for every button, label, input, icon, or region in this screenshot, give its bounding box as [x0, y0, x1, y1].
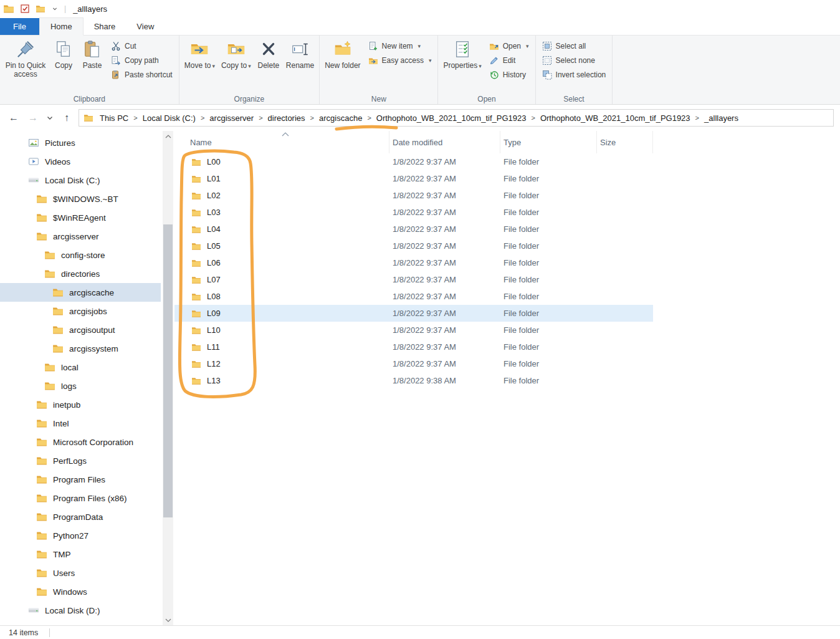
file-row-l06[interactable]: L061/8/2022 9:37 AMFile folder	[174, 254, 653, 271]
sidebar-item-windows[interactable]: Windows	[0, 582, 161, 601]
delete-button[interactable]: Delete	[254, 37, 283, 70]
file-row-l09[interactable]: L091/8/2022 9:37 AMFile folder	[174, 305, 653, 322]
edit-button[interactable]: Edit	[489, 55, 529, 65]
up-button[interactable]: ↑	[59, 110, 74, 125]
file-row-l00[interactable]: L001/8/2022 9:37 AMFile folder	[174, 153, 653, 170]
tab-file[interactable]: File	[0, 18, 39, 35]
properties-button[interactable]: Properties▾	[440, 37, 484, 70]
breadcrumb-separator-icon[interactable]: >	[366, 114, 372, 122]
properties-label: Properties▾	[443, 61, 481, 70]
tab-share[interactable]: Share	[84, 18, 126, 35]
rename-button[interactable]: Rename	[283, 37, 317, 70]
scrollbar-thumb[interactable]	[163, 224, 173, 517]
qat-new-folder-icon[interactable]	[36, 4, 45, 14]
file-row-l04[interactable]: L041/8/2022 9:37 AMFile folder	[174, 221, 653, 238]
sidebar-item-perflogs[interactable]: PerfLogs	[0, 451, 161, 470]
select-none-button[interactable]: Select none	[542, 55, 606, 65]
sidebar-item-arcgiscache[interactable]: arcgiscache	[0, 283, 161, 302]
back-button[interactable]: ←	[6, 110, 21, 125]
copy-path-button[interactable]: Copy path	[111, 55, 173, 65]
breadcrumb-alllayers[interactable]: _alllayers	[700, 113, 742, 123]
copy-to-button[interactable]: Copy to▾	[218, 37, 254, 70]
breadcrumb-orthophoto-wb-2021-10cm-tif-pg1923[interactable]: Orthophoto_WB_2021_10cm_tif_PG1923	[373, 113, 530, 123]
sidebar-item-program-files-x86[interactable]: Program Files (x86)	[0, 489, 161, 507]
folder-icon	[191, 376, 201, 386]
sidebar-item-intel[interactable]: Intel	[0, 414, 161, 433]
move-to-button[interactable]: Move to▾	[181, 37, 218, 70]
sort-ascending-icon[interactable]	[282, 132, 289, 137]
breadcrumb-separator-icon[interactable]: >	[132, 114, 138, 122]
easy-access-button[interactable]: Easy access▾	[368, 55, 432, 65]
new-item-button[interactable]: New item▾	[368, 41, 432, 51]
new-folder-button[interactable]: New folder	[322, 37, 363, 70]
sidebar-item-tmp[interactable]: TMP	[0, 545, 161, 564]
column-header-date-modified[interactable]: Date modified	[389, 131, 500, 153]
recent-locations-chevron-icon[interactable]	[45, 110, 55, 125]
sidebar-item-arcgisjobs[interactable]: arcgisjobs	[0, 302, 161, 320]
breadcrumb-directories[interactable]: directories	[264, 113, 309, 123]
sidebar-item-python27[interactable]: Python27	[0, 526, 161, 545]
sidebar-item-local[interactable]: local	[0, 358, 161, 377]
breadcrumb-this-pc[interactable]: This PC	[96, 113, 132, 123]
sidebar-scrollbar[interactable]	[163, 131, 173, 625]
breadcrumb-separator-icon[interactable]: >	[309, 114, 315, 122]
forward-button[interactable]: →	[26, 110, 41, 125]
file-row-l05[interactable]: L051/8/2022 9:37 AMFile folder	[174, 238, 653, 254]
sidebar-item-arcgissystem[interactable]: arcgissystem	[0, 339, 161, 358]
sidebar-item-local-disk-c[interactable]: Local Disk (C:)	[0, 171, 161, 190]
breadcrumb-local-disk-c[interactable]: Local Disk (C:)	[139, 113, 199, 123]
column-header-size[interactable]: Size	[597, 131, 653, 153]
sidebar-item-arcgisoutput[interactable]: arcgisoutput	[0, 320, 161, 339]
scroll-down-button[interactable]	[163, 615, 173, 625]
history-button[interactable]: History	[489, 70, 529, 80]
file-row-l10[interactable]: L101/8/2022 9:37 AMFile folder	[174, 322, 653, 339]
file-row-l13[interactable]: L131/8/2022 9:38 AMFile folder	[174, 372, 653, 389]
breadcrumb-separator-icon[interactable]: >	[199, 114, 206, 122]
tab-view[interactable]: View	[126, 18, 165, 35]
sidebar-item-winreagent[interactable]: $WinREAgent	[0, 208, 161, 227]
sidebar-item-local-disk-d[interactable]: Local Disk (D:)	[0, 601, 161, 620]
sidebar-item-pictures[interactable]: Pictures	[0, 133, 161, 152]
copy-button[interactable]: Copy	[49, 37, 78, 70]
sidebar-item-programdata[interactable]: ProgramData	[0, 507, 161, 526]
breadcrumb-separator-icon[interactable]: >	[530, 114, 536, 122]
sidebar-item-program-files[interactable]: Program Files	[0, 470, 161, 489]
cut-button[interactable]: Cut	[111, 41, 173, 51]
breadcrumb-orthophoto-wb-2021-10cm-tif-pg1923[interactable]: Orthophoto_WB_2021_10cm_tif_PG1923	[537, 113, 694, 123]
sidebar-item-arcgisserver[interactable]: arcgisserver	[0, 227, 161, 246]
breadcrumb-arcgiscache[interactable]: arcgiscache	[315, 113, 366, 123]
breadcrumb-separator-icon[interactable]: >	[257, 114, 264, 122]
sidebar-item-config-store[interactable]: config-store	[0, 246, 161, 264]
sidebar-item-users[interactable]: Users	[0, 564, 161, 582]
tab-home[interactable]: Home	[39, 17, 84, 36]
open-button[interactable]: Open▾	[489, 41, 529, 51]
address-bar[interactable]: This PC>Local Disk (C:)>arcgisserver>dir…	[79, 109, 834, 127]
invert-selection-button[interactable]: Invert selection	[542, 70, 606, 80]
file-row-l07[interactable]: L071/8/2022 9:37 AMFile folder	[174, 271, 653, 288]
sidebar-item-windows-bt[interactable]: $WINDOWS.~BT	[0, 190, 161, 208]
paste-shortcut-button[interactable]: Paste shortcut	[111, 70, 173, 80]
qat-customize-chevron-icon[interactable]	[51, 5, 59, 12]
select-all-button[interactable]: Select all	[542, 41, 606, 51]
breadcrumb-arcgisserver[interactable]: arcgisserver	[206, 113, 257, 123]
sidebar-item-videos[interactable]: Videos	[0, 152, 161, 171]
breadcrumb-separator-icon[interactable]: >	[694, 114, 700, 122]
scroll-up-button[interactable]	[163, 131, 173, 142]
folder-icon	[36, 474, 47, 485]
sidebar-item-microsoft-corporation[interactable]: Microsoft Corporation	[0, 433, 161, 451]
qat-properties-icon[interactable]	[20, 4, 30, 14]
column-header-type[interactable]: Type	[500, 131, 597, 153]
address-row: ← → ↑ This PC>Local Disk (C:)>arcgisserv…	[0, 105, 840, 131]
file-row-l01[interactable]: L011/8/2022 9:37 AMFile folder	[174, 170, 653, 187]
sidebar-item-logs[interactable]: logs	[0, 377, 161, 395]
file-row-l11[interactable]: L111/8/2022 9:37 AMFile folder	[174, 339, 653, 355]
file-row-l03[interactable]: L031/8/2022 9:37 AMFile folder	[174, 204, 653, 221]
file-row-l08[interactable]: L081/8/2022 9:37 AMFile folder	[174, 288, 653, 305]
file-row-l12[interactable]: L121/8/2022 9:37 AMFile folder	[174, 355, 653, 372]
pin-to-quick-access-button[interactable]: Pin to Quick access	[2, 37, 49, 79]
file-row-l02[interactable]: L021/8/2022 9:37 AMFile folder	[174, 187, 653, 204]
paste-button[interactable]: Paste	[78, 37, 107, 70]
explorer-window-icon[interactable]	[3, 3, 14, 14]
sidebar-item-directories[interactable]: directories	[0, 264, 161, 283]
sidebar-item-inetpub[interactable]: inetpub	[0, 395, 161, 414]
